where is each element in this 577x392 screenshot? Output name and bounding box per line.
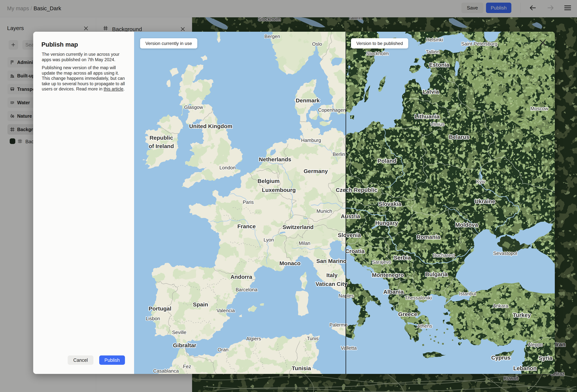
svg-text:Lyon: Lyon — [263, 237, 274, 243]
svg-text:Sevastopol: Sevastopol — [493, 250, 517, 256]
svg-text:Ukraine: Ukraine — [475, 198, 495, 204]
svg-text:United Kingdom: United Kingdom — [189, 123, 232, 129]
svg-text:Czech Republic: Czech Republic — [336, 187, 377, 193]
svg-text:Austria: Austria — [341, 213, 360, 219]
svg-text:Slovakia: Slovakia — [379, 201, 401, 207]
svg-text:Athens: Athens — [417, 323, 432, 329]
svg-text:Hamburg: Hamburg — [301, 138, 321, 143]
svg-text:Thessaloniki: Thessaloniki — [405, 295, 432, 301]
svg-text:France: France — [237, 223, 256, 229]
svg-text:Albania: Albania — [383, 289, 404, 295]
svg-text:Greece: Greece — [398, 311, 417, 317]
svg-text:Luxembourg: Luxembourg — [262, 187, 296, 193]
svg-text:Tunisia: Tunisia — [292, 365, 311, 371]
svg-text:Bucharest: Bucharest — [433, 252, 455, 258]
svg-text:Milan: Milan — [299, 240, 310, 246]
svg-text:Ankara: Ankara — [493, 303, 508, 309]
svg-text:Fez: Fez — [183, 364, 191, 369]
svg-text:Lebanon: Lebanon — [513, 365, 537, 371]
svg-text:Oslo: Oslo — [312, 41, 322, 47]
svg-text:Seville: Seville — [172, 329, 186, 335]
svg-text:Spain: Spain — [193, 301, 208, 308]
svg-text:Republic: Republic — [149, 135, 173, 141]
svg-text:Andorra: Andorra — [230, 274, 252, 280]
svg-text:Syria: Syria — [539, 355, 552, 361]
svg-text:Saint Petersburg: Saint Petersburg — [461, 41, 497, 47]
svg-text:Italy: Italy — [326, 272, 338, 278]
svg-text:Casablanca: Casablanca — [153, 368, 179, 374]
svg-text:Hungary: Hungary — [375, 220, 398, 226]
svg-text:Barcelona: Barcelona — [236, 287, 257, 292]
svg-text:Bergen: Bergen — [264, 34, 280, 39]
svg-text:Romania: Romania — [417, 234, 440, 240]
svg-text:Netherlands: Netherlands — [259, 156, 291, 162]
svg-text:of Ireland: of Ireland — [149, 143, 174, 149]
svg-text:Stockholm: Stockholm — [366, 51, 389, 56]
svg-text:London: London — [219, 165, 236, 171]
svg-text:Portugal: Portugal — [149, 305, 171, 312]
svg-text:Vatican City: Vatican City — [316, 281, 347, 287]
svg-text:Belarus: Belarus — [449, 134, 469, 140]
svg-text:Istanbul: Istanbul — [459, 291, 476, 296]
svg-text:Valencia: Valencia — [216, 308, 235, 313]
svg-text:Glasgow: Glasgow — [184, 105, 203, 110]
svg-text:Montenegro: Montenegro — [372, 272, 404, 278]
svg-text:Valletta: Valletta — [341, 345, 357, 351]
svg-text:Bulgaria: Bulgaria — [425, 271, 448, 277]
svg-text:Germany: Germany — [304, 168, 328, 174]
svg-text:Lisbon: Lisbon — [146, 316, 160, 321]
svg-text:San Marino: San Marino — [316, 258, 347, 264]
svg-text:Moldova: Moldova — [455, 222, 478, 228]
svg-text:Estonia: Estonia — [429, 62, 449, 68]
svg-text:Berlin: Berlin — [333, 151, 345, 157]
svg-text:Moscow: Moscow — [530, 106, 548, 111]
svg-text:Poland: Poland — [378, 158, 396, 164]
svg-text:Serbia: Serbia — [394, 254, 411, 261]
svg-text:Switzerland: Switzerland — [283, 224, 314, 230]
svg-text:Paris: Paris — [243, 199, 254, 205]
svg-text:Croatia: Croatia — [345, 248, 364, 254]
svg-text:Belgium: Belgium — [257, 178, 280, 184]
svg-text:Algiers: Algiers — [246, 336, 261, 341]
svg-text:Denmark: Denmark — [296, 97, 320, 104]
svg-text:Munich: Munich — [317, 208, 332, 214]
svg-text:Copenhagen: Copenhagen — [318, 107, 346, 113]
svg-text:Kyiv: Kyiv — [476, 179, 485, 184]
svg-text:Latvia: Latvia — [423, 89, 439, 95]
svg-text:Monaco: Monaco — [279, 260, 300, 266]
svg-text:Helsinki: Helsinki — [426, 37, 443, 42]
svg-text:Gibraltar: Gibraltar — [173, 342, 196, 348]
svg-text:Turkey: Turkey — [513, 312, 531, 318]
svg-text:Cyprus: Cyprus — [491, 355, 510, 361]
svg-text:Oran: Oran — [218, 347, 228, 353]
svg-text:Lithuania: Lithuania — [415, 113, 439, 120]
svg-text:Palermo: Palermo — [329, 322, 348, 328]
svg-text:Vilnius: Vilnius — [430, 121, 444, 127]
svg-text:Tallinn: Tallinn — [426, 49, 439, 55]
svg-text:Aleppo: Aleppo — [528, 342, 543, 347]
svg-text:Sarajevo: Sarajevo — [372, 259, 391, 265]
svg-text:Tunis: Tunis — [307, 336, 319, 341]
svg-text:Slovenia: Slovenia — [338, 232, 361, 238]
